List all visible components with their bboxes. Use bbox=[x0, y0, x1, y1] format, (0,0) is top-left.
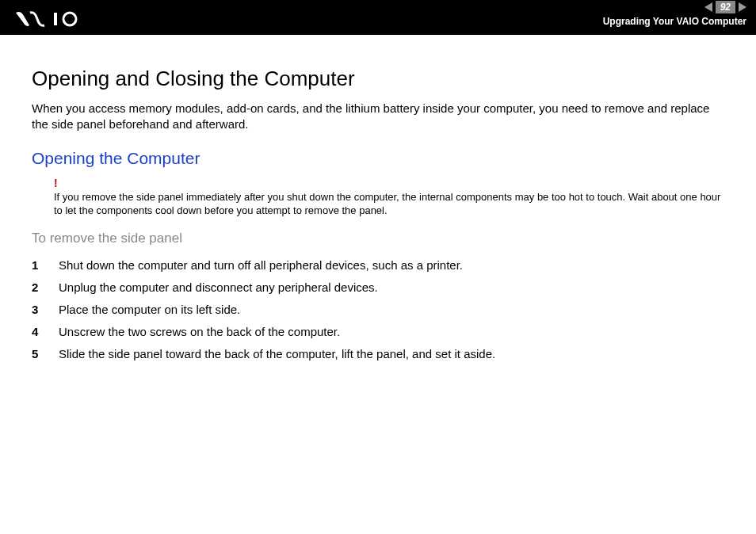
list-item: 1 Shut down the computer and turn off al… bbox=[32, 256, 724, 275]
step-number: 1 bbox=[32, 256, 59, 275]
page-nav: 92 bbox=[704, 0, 746, 14]
list-item: 4 Unscrew the two screws on the back of … bbox=[32, 322, 724, 341]
step-text: Place the computer on its left side. bbox=[59, 300, 240, 319]
section-title: Upgrading Your VAIO Computer bbox=[603, 16, 746, 27]
step-text: Slide the side panel toward the back of … bbox=[59, 345, 495, 364]
prev-page-icon[interactable] bbox=[704, 2, 712, 12]
page-content: Opening and Closing the Computer When yo… bbox=[0, 35, 756, 383]
page-number: 92 bbox=[716, 1, 735, 13]
step-number: 5 bbox=[32, 345, 59, 364]
subheading: Opening the Computer bbox=[32, 149, 724, 168]
svg-rect-0 bbox=[54, 13, 57, 25]
step-number: 4 bbox=[32, 322, 59, 341]
list-item: 3 Place the computer on its left side. bbox=[32, 300, 724, 319]
warning-block: ! If you remove the side panel immediate… bbox=[54, 177, 724, 218]
step-text: Unscrew the two screws on the back of th… bbox=[59, 322, 340, 341]
list-item: 2 Unplug the computer and disconnect any… bbox=[32, 278, 724, 297]
page-title: Opening and Closing the Computer bbox=[32, 67, 724, 91]
step-text: Shut down the computer and turn off all … bbox=[59, 256, 463, 275]
list-item: 5 Slide the side panel toward the back o… bbox=[32, 345, 724, 364]
svg-point-1 bbox=[63, 13, 76, 25]
next-page-icon[interactable] bbox=[739, 2, 746, 12]
warning-icon: ! bbox=[54, 177, 724, 189]
warning-text: If you remove the side panel immediately… bbox=[54, 190, 724, 218]
step-list: 1 Shut down the computer and turn off al… bbox=[32, 256, 724, 364]
page-header: 92 Upgrading Your VAIO Computer bbox=[0, 0, 756, 35]
intro-paragraph: When you access memory modules, add-on c… bbox=[32, 101, 724, 133]
procedure-title: To remove the side panel bbox=[32, 231, 724, 246]
step-text: Unplug the computer and disconnect any p… bbox=[59, 278, 378, 297]
step-number: 2 bbox=[32, 278, 59, 297]
step-number: 3 bbox=[32, 300, 59, 319]
vaio-logo-icon bbox=[16, 11, 87, 30]
